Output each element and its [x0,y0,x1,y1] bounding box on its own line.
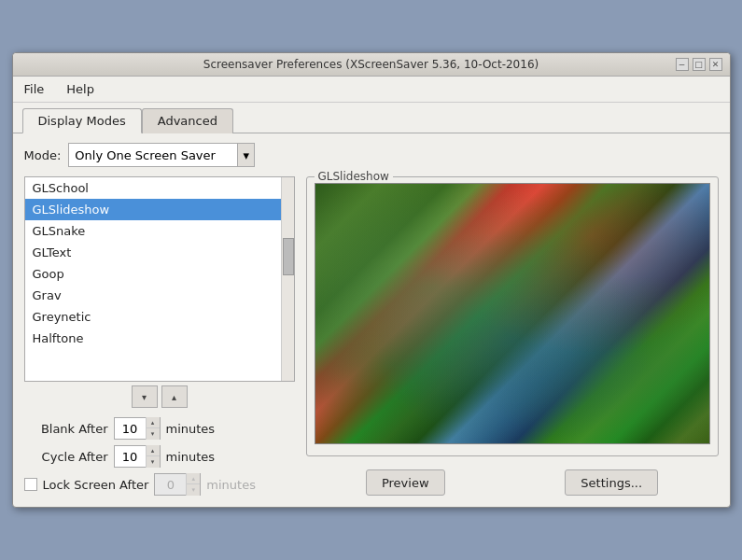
lock-screen-up-button: ▴ [187,473,200,484]
menu-file[interactable]: File [21,80,49,98]
blank-after-row: Blank After 10 ▴ ▾ minutes [24,417,295,440]
close-button[interactable]: ✕ [709,58,722,71]
lock-screen-unit: minutes [206,478,256,492]
main-window: Screensaver Preferences (XScreenSaver 5.… [12,52,731,508]
menubar: File Help [13,77,730,103]
preview-group-title: GLSlideshow [315,170,393,183]
settings-button[interactable]: Settings... [565,469,658,496]
preview-image-box [315,183,710,444]
scroll-thumb [283,238,294,275]
lock-screen-checkbox[interactable] [24,478,37,491]
content-area: Mode: Only One Screen Saver ▾ GLSchool G… [13,133,730,507]
blank-after-down-button[interactable]: ▾ [147,428,160,440]
tab-advanced[interactable]: Advanced [142,108,233,133]
mode-select-value: Only One Screen Saver [75,148,237,162]
list-item[interactable]: GLSchool [25,177,294,199]
cycle-after-row: Cycle After 10 ▴ ▾ minutes [24,445,295,468]
blank-after-value: 10 [115,422,146,436]
mode-label: Mode: [24,148,62,162]
cycle-after-arrows: ▴ ▾ [146,445,160,468]
list-item[interactable]: Halftone [25,328,294,349]
main-row: GLSchool GLSlideshow GLSnake GLText Goop… [24,176,719,496]
preview-overlay [315,184,709,443]
cycle-after-spinner[interactable]: 10 ▴ ▾ [114,445,161,468]
right-panel: GLSlideshow Preview Settings... [306,176,719,496]
tab-display-modes[interactable]: Display Modes [22,108,142,133]
blank-after-spinner[interactable]: 10 ▴ ▾ [114,417,161,440]
list-item[interactable]: GLText [25,242,294,263]
tabs-row: Display Modes Advanced [13,103,730,133]
list-scroll-down-button[interactable]: ▾ [132,385,158,408]
cycle-after-unit: minutes [166,450,216,464]
blank-after-unit: minutes [166,422,216,436]
lock-screen-spinner: 0 ▴ ▾ [154,473,201,496]
list-item[interactable]: Goop [25,263,294,285]
cycle-after-down-button[interactable]: ▾ [147,456,160,468]
minimize-button[interactable]: − [676,58,689,71]
list-scroll-up-button[interactable]: ▴ [161,385,188,408]
lock-screen-value: 0 [155,478,186,492]
cycle-after-value: 10 [115,450,146,464]
list-item-selected[interactable]: GLSlideshow [25,199,294,220]
lock-screen-down-button: ▾ [187,484,200,496]
list-nav-arrows: ▾ ▴ [24,385,295,408]
action-buttons: Preview Settings... [306,469,719,496]
preview-button[interactable]: Preview [366,469,445,496]
cycle-after-label: Cycle After [24,450,108,464]
lock-screen-label: Lock Screen After [43,478,149,492]
cycle-after-up-button[interactable]: ▴ [147,445,160,456]
list-scrollbar[interactable] [281,177,294,381]
preview-group: GLSlideshow [306,176,719,456]
maximize-button[interactable]: □ [693,58,706,71]
window-controls: − □ ✕ [676,58,722,71]
blank-after-up-button[interactable]: ▴ [147,417,160,428]
menu-help[interactable]: Help [63,80,98,98]
lock-screen-arrows: ▴ ▾ [186,473,200,496]
left-panel: GLSchool GLSlideshow GLSnake GLText Goop… [24,176,295,496]
list-item[interactable]: Greynetic [25,306,294,328]
lock-screen-row: Lock Screen After 0 ▴ ▾ minutes [24,473,295,496]
mode-dropdown[interactable]: Only One Screen Saver ▾ [68,143,255,167]
titlebar: Screensaver Preferences (XScreenSaver 5.… [13,53,730,77]
mode-dropdown-arrow: ▾ [237,144,254,166]
mode-row: Mode: Only One Screen Saver ▾ [24,143,719,167]
screensaver-list[interactable]: GLSchool GLSlideshow GLSnake GLText Goop… [24,176,295,382]
list-item[interactable]: Grav [25,285,294,306]
bottom-controls-left: Blank After 10 ▴ ▾ minutes Cycle After [24,417,295,496]
list-item[interactable]: GLSnake [25,220,294,242]
window-title: Screensaver Preferences (XScreenSaver 5.… [67,58,676,71]
blank-after-arrows: ▴ ▾ [146,417,160,440]
blank-after-label: Blank After [24,422,108,436]
